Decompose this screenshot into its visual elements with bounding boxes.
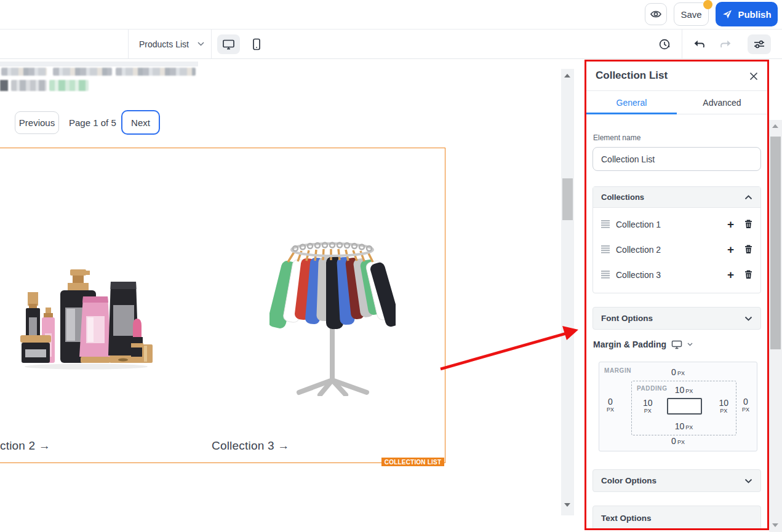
drag-handle-icon[interactable] xyxy=(601,271,610,279)
padding-left-value[interactable]: 10PX xyxy=(643,398,653,414)
blurred-badge-block xyxy=(49,80,89,91)
history-clock-icon xyxy=(658,38,671,50)
padding-bottom-value[interactable]: 10PX xyxy=(632,421,736,432)
delete-collection-button[interactable] xyxy=(744,245,752,254)
blurred-text-block xyxy=(11,80,47,91)
chevron-down-icon xyxy=(197,42,204,46)
close-icon xyxy=(749,72,758,81)
undo-icon xyxy=(693,39,706,49)
pagination-next-button[interactable]: Next xyxy=(121,110,160,135)
toolbar-divider xyxy=(682,30,682,58)
publish-label: Publish xyxy=(738,9,771,20)
color-options-accordion[interactable]: Color Options xyxy=(592,469,761,492)
panel-scrollbar-thumb[interactable] xyxy=(770,137,781,349)
margin-bottom-value[interactable]: 0PX xyxy=(599,435,757,447)
device-desktop-icon[interactable] xyxy=(671,340,682,349)
text-options-accordion[interactable]: Text Options xyxy=(592,506,761,530)
sliders-icon xyxy=(753,39,765,49)
margin-padding-header: Margin & Padding xyxy=(593,339,693,349)
element-settings-button[interactable] xyxy=(748,34,771,54)
chevron-up-icon xyxy=(744,195,752,200)
chevron-down-icon[interactable] xyxy=(687,343,693,346)
drag-handle-icon[interactable] xyxy=(601,245,610,253)
element-content-box[interactable] xyxy=(667,398,702,415)
collection-list-badge: COLLECTION LIST xyxy=(381,458,444,466)
padding-top-value[interactable]: 10PX xyxy=(632,384,736,395)
publish-button[interactable]: Publish xyxy=(716,2,778,26)
margin-padding-label: Margin & Padding xyxy=(593,339,666,349)
history-button[interactable] xyxy=(653,33,676,55)
collection-row-label: Collection 2 xyxy=(616,245,661,255)
topbar: Save Publish xyxy=(0,0,782,30)
color-options-label: Color Options xyxy=(601,476,656,485)
scroll-down-arrow[interactable] xyxy=(564,503,570,507)
send-icon xyxy=(722,9,733,20)
margin-top-value[interactable]: 0PX xyxy=(599,367,757,378)
margin-left-value[interactable]: 0PX xyxy=(607,397,614,413)
collection-row: Collection 3 + xyxy=(593,262,760,287)
page-selector-dropdown[interactable]: Products List xyxy=(132,30,212,58)
panel-close-button[interactable] xyxy=(746,69,761,84)
element-name-input[interactable] xyxy=(592,147,761,171)
add-collection-button[interactable]: + xyxy=(727,244,734,255)
chevron-down-icon xyxy=(744,316,752,321)
scroll-up-arrow[interactable] xyxy=(772,124,778,128)
eye-icon xyxy=(650,8,662,20)
add-collection-button[interactable]: + xyxy=(727,269,734,280)
editor-toolbar: Products List xyxy=(0,30,782,59)
blurred-header-bar xyxy=(0,62,198,66)
redo-icon xyxy=(719,39,732,49)
delete-collection-button[interactable] xyxy=(744,220,752,229)
blurred-icon-block xyxy=(0,80,8,91)
trash-icon xyxy=(744,270,752,279)
collections-section-header[interactable]: Collections xyxy=(593,187,760,208)
blurred-text-block xyxy=(1,68,47,76)
mobile-view-button[interactable] xyxy=(245,34,268,54)
scroll-up-arrow[interactable] xyxy=(564,74,570,77)
blurred-text-block xyxy=(53,68,112,76)
scroll-down-arrow[interactable] xyxy=(772,523,778,527)
panel-scrollbar[interactable] xyxy=(769,120,782,532)
collection-row: Collection 2 + xyxy=(593,237,760,262)
element-name-label: Element name xyxy=(593,133,640,142)
preview-button[interactable] xyxy=(645,3,667,25)
collection-row-label: Collection 3 xyxy=(616,270,661,280)
trash-icon xyxy=(744,220,752,229)
canvas-scrollbar-thumb[interactable] xyxy=(562,178,573,220)
font-options-label: Font Options xyxy=(601,314,653,323)
add-collection-button[interactable]: + xyxy=(727,218,734,230)
drag-handle-icon[interactable] xyxy=(601,220,610,228)
collection2-cosmetics-image[interactable] xyxy=(17,264,159,370)
panel-tabs: General Advanced xyxy=(586,91,767,114)
undo-button[interactable] xyxy=(688,33,711,55)
padding-box: PADDING 10PX 10PX 10PX 10PX xyxy=(631,381,736,435)
pagination-status: Page 1 of 5 xyxy=(69,117,116,128)
desktop-icon xyxy=(222,39,235,50)
toolbar-divider xyxy=(128,30,129,58)
collection3-link[interactable]: Collection 3 → xyxy=(212,439,289,453)
collection2-link[interactable]: ction 2 → xyxy=(0,439,50,453)
trash-icon xyxy=(744,245,752,254)
unsaved-changes-dot xyxy=(703,0,712,9)
collection-row-label: Collection 1 xyxy=(616,220,661,229)
collection3-clothing-rack-image[interactable] xyxy=(269,241,396,396)
collections-header-label: Collections xyxy=(601,193,644,202)
site-canvas: Previous Page 1 of 5 Next xyxy=(0,59,586,532)
pagination-previous-button[interactable]: Previous xyxy=(15,111,59,134)
blurred-text-block xyxy=(116,68,196,76)
page-selector-label: Products List xyxy=(139,39,189,49)
font-options-accordion[interactable]: Font Options xyxy=(592,307,761,330)
margin-right-value[interactable]: 0PX xyxy=(742,397,749,413)
desktop-view-button[interactable] xyxy=(217,34,240,54)
collections-card: Collections Collection 1 + xyxy=(592,186,761,293)
box-model-editor: MARGIN 0PX 0PX 0PX 0PX PADDING 10PX 10PX… xyxy=(599,362,757,451)
redo-button[interactable] xyxy=(714,33,736,55)
tab-advanced[interactable]: Advanced xyxy=(677,91,767,114)
chevron-down-icon xyxy=(744,478,752,483)
delete-collection-button[interactable] xyxy=(744,270,752,279)
app-root: Save Publish Products List xyxy=(0,0,782,532)
tab-general[interactable]: General xyxy=(586,91,677,114)
text-options-label: Text Options xyxy=(601,514,652,523)
padding-right-value[interactable]: 10PX xyxy=(719,398,728,414)
canvas-scrollbar[interactable] xyxy=(561,69,574,515)
